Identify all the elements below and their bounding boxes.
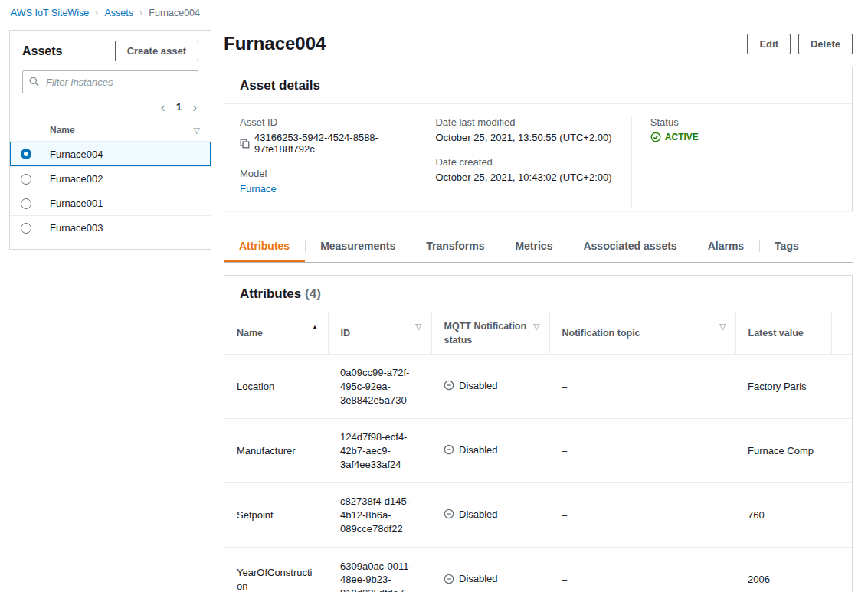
column-header-id[interactable]: ID ▽ [328, 312, 431, 355]
column-filter-icon[interactable]: ▽ [194, 126, 200, 136]
radio-selected-icon[interactable] [21, 149, 31, 159]
page-title: Furnace004 [224, 33, 326, 54]
radio-unselected-icon[interactable] [21, 174, 31, 185]
breadcrumb-link-sitewise[interactable]: AWS IoT SiteWise [11, 8, 89, 18]
tab-tags[interactable]: Tags [759, 231, 814, 262]
mqtt-status-label: Disabled [459, 508, 498, 522]
mqtt-status: Disabled [444, 508, 498, 522]
page-title-row: Furnace004 Edit Delete [224, 33, 853, 54]
column-label: Name [237, 328, 263, 339]
clipped-cell [831, 548, 852, 592]
latest-value: Factory Paris [748, 381, 807, 392]
column-label: Latest value [748, 328, 804, 339]
latest-value: Furnace Comp [748, 445, 814, 456]
column-header-topic[interactable]: Notification topic ▽ [549, 312, 735, 355]
status-value: ACTIVE [665, 132, 699, 142]
status-label: Status [650, 116, 837, 128]
asset-name: Furnace004 [50, 149, 103, 160]
mqtt-status-label: Disabled [459, 379, 498, 393]
column-filter-icon[interactable]: ▽ [719, 321, 726, 333]
asset-details-body: Asset ID 43166253-5942-4524-8588-97fe188… [224, 104, 852, 211]
column-label: Notification topic [562, 328, 640, 339]
column-header-latest-value[interactable]: Latest value [735, 312, 831, 355]
content-area: Assets Create asset ‹ 1 › Name ▽ Furnace… [0, 24, 868, 592]
tab-alarms[interactable]: Alarms [693, 231, 759, 262]
mqtt-status: Disabled [444, 443, 498, 457]
tab-associated-assets[interactable]: Associated assets [568, 231, 692, 262]
column-label: ID [341, 328, 351, 339]
current-page-number[interactable]: 1 [176, 101, 182, 113]
details-column-3: Status ACTIVE [631, 116, 837, 208]
notification-topic: – [562, 381, 567, 392]
tab-metrics[interactable]: Metrics [500, 231, 568, 262]
table-header-row: Name ▲ ID ▽ MQTT Notification status ▽ [224, 312, 852, 355]
assets-panel-title: Assets [22, 44, 62, 58]
pagination: ‹ 1 › [10, 93, 211, 119]
column-filter-icon[interactable]: ▽ [415, 321, 421, 333]
model-link[interactable]: Furnace [240, 183, 277, 195]
mqtt-status-label: Disabled [459, 572, 498, 586]
date-modified-label: Date last modified [435, 116, 631, 128]
latest-value: 760 [748, 509, 765, 521]
mqtt-status-label: Disabled [459, 443, 498, 457]
radio-unselected-icon[interactable] [21, 223, 31, 234]
tab-attributes[interactable]: Attributes [224, 231, 305, 262]
search-icon [29, 77, 39, 87]
breadcrumb-link-assets[interactable]: Assets [104, 8, 133, 18]
breadcrumb-current: Furnace004 [149, 8, 200, 18]
previous-page-icon[interactable]: ‹ [161, 102, 165, 113]
asset-list-item-furnace003[interactable]: Furnace003 [10, 215, 211, 240]
delete-button[interactable]: Delete [798, 34, 853, 54]
attributes-title: Attributes [240, 286, 301, 301]
asset-list-item-furnace002[interactable]: Furnace002 [10, 166, 211, 191]
assets-panel-header: Assets Create asset [10, 31, 211, 69]
filter-instances-input[interactable] [22, 70, 198, 93]
table-row: YearOfConstruction 6309a0ac-0011-48ee-9b… [224, 548, 852, 592]
attributes-count: (4) [305, 286, 321, 301]
column-header-name[interactable]: Name ▲ [224, 312, 328, 355]
tab-transforms[interactable]: Transforms [411, 231, 500, 262]
create-asset-button[interactable]: Create asset [115, 41, 198, 61]
details-column-2: Date last modified October 25, 2021, 13:… [435, 116, 631, 208]
filter-field [22, 70, 198, 93]
notification-topic: – [562, 509, 567, 521]
clipped-cell [831, 419, 852, 483]
model-label: Model [240, 168, 435, 179]
column-label: MQTT Notification status [444, 321, 527, 345]
asset-list-item-furnace001[interactable]: Furnace001 [10, 191, 211, 215]
clipped-column-header [831, 312, 852, 355]
date-created-value: October 25, 2021, 10:43:02 (UTC+2:00) [435, 172, 631, 183]
asset-details-header: Asset details [224, 67, 852, 104]
details-column-1: Asset ID 43166253-5942-4524-8588-97fe188… [240, 116, 435, 208]
attributes-card: Attributes (4) Name ▲ ID [224, 275, 853, 592]
attributes-table: Name ▲ ID ▽ MQTT Notification status ▽ [224, 312, 852, 592]
mqtt-status: Disabled [444, 379, 498, 393]
tab-measurements[interactable]: Measurements [305, 231, 411, 262]
attribute-id: 6309a0ac-0011-48ee-9b23-919d025dfde7 [340, 561, 412, 592]
attribute-name: Setpoint [237, 509, 274, 521]
asset-details-title: Asset details [240, 78, 837, 93]
asset-id-value: 43166253-5942-4524-8588-97fe188f792c [254, 132, 435, 155]
disabled-icon [444, 509, 454, 519]
disabled-icon [444, 574, 454, 584]
table-row: Setpoint c82738f4-d145-4b12-8b6a-089cce7… [224, 483, 852, 548]
name-column-header[interactable]: Name ▽ [10, 119, 211, 142]
radio-unselected-icon[interactable] [21, 198, 31, 209]
sort-ascending-icon[interactable]: ▲ [312, 322, 319, 332]
table-row: Location 0a09cc99-a72f-495c-92ea-3e8842e… [224, 355, 852, 419]
attribute-id: 0a09cc99-a72f-495c-92ea-3e8842e5a730 [340, 367, 409, 405]
asset-list-item-furnace004[interactable]: Furnace004 [10, 142, 211, 166]
next-page-icon[interactable]: › [192, 102, 197, 113]
table-row: Manufacturer 124d7f98-ecf4-42b7-aec9-3af… [224, 419, 852, 483]
edit-button[interactable]: Edit [747, 34, 791, 54]
assets-panel: Assets Create asset ‹ 1 › Name ▽ Furnace… [9, 30, 211, 250]
asset-id-label: Asset ID [240, 116, 435, 128]
asset-name: Furnace002 [50, 173, 103, 185]
date-created-label: Date created [435, 156, 631, 168]
copy-icon[interactable] [240, 139, 250, 149]
column-header-mqtt[interactable]: MQTT Notification status ▽ [431, 312, 549, 355]
column-filter-icon[interactable]: ▽ [533, 321, 539, 333]
tab-bar: Attributes Measurements Transforms Metri… [224, 231, 853, 263]
date-modified-value: October 25, 2021, 13:50:55 (UTC+2:00) [435, 132, 631, 143]
breadcrumb-separator-icon: › [95, 7, 98, 18]
